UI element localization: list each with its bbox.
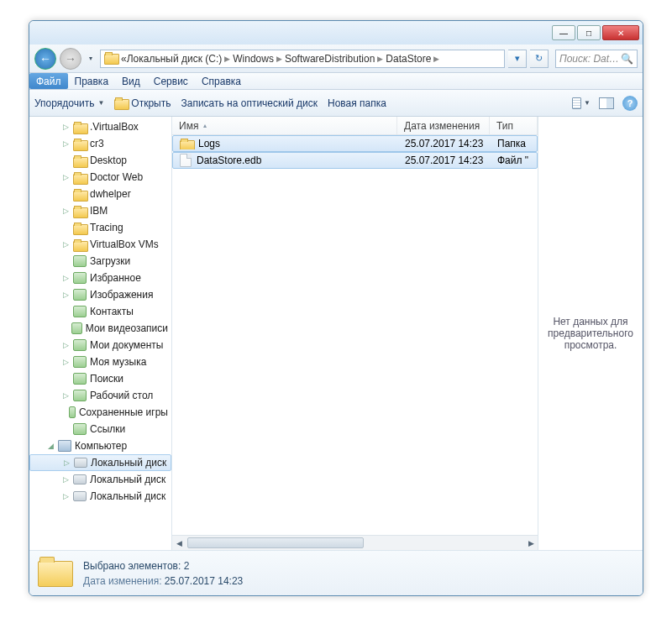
expand-toggle-icon[interactable]: ▷ (61, 358, 70, 366)
close-button[interactable]: ✕ (602, 25, 639, 40)
menu-edit[interactable]: Правка (68, 73, 116, 89)
tree-item[interactable]: ▷Изображения (29, 286, 171, 303)
breadcrumb-item[interactable]: SoftwareDistribution (285, 53, 375, 65)
search-input[interactable]: Поиск: Dat… 🔍 (555, 50, 638, 68)
expand-toggle-icon[interactable]: ▷ (61, 240, 70, 249)
expand-toggle-icon[interactable]: ▷ (61, 475, 70, 484)
tree-item-label: Загрузки (90, 255, 130, 267)
tree-item[interactable]: ▷Doctor Web (29, 169, 171, 186)
scroll-thumb[interactable] (187, 537, 364, 548)
scroll-right-icon[interactable]: ▶ (524, 536, 538, 550)
sort-indicator-icon: ▴ (203, 122, 207, 129)
tree-item[interactable]: ▷Избранное (29, 270, 171, 286)
expand-toggle-icon[interactable]: ▷ (61, 123, 70, 131)
tree-item[interactable]: ▷Рабочий стол (29, 387, 171, 404)
open-button[interactable]: Открыть (114, 97, 171, 109)
file-row[interactable]: Logs25.07.2017 14:23Папка (172, 135, 538, 152)
tree-item[interactable]: Ссылки (29, 421, 171, 437)
file-type: Файл " (491, 154, 537, 166)
folder-icon (73, 189, 87, 200)
column-date[interactable]: Дата изменения (397, 117, 490, 134)
address-bar[interactable]: « Локальный диск (C:)▶ Windows▶ Software… (100, 50, 505, 68)
expand-toggle-icon[interactable]: ▷ (61, 274, 70, 282)
organize-button[interactable]: Упорядочить▼ (34, 97, 104, 109)
forward-button[interactable]: → (60, 48, 81, 70)
tree-item[interactable]: dwhelper (29, 186, 171, 202)
tree-item[interactable]: Desktop (29, 152, 171, 169)
disk-icon (74, 458, 87, 468)
expand-toggle-icon[interactable]: ▷ (61, 207, 70, 215)
new-folder-button[interactable]: Новая папка (328, 97, 386, 109)
tree-item[interactable]: Мои видеозаписи (29, 320, 171, 337)
spec-icon (73, 289, 87, 301)
search-placeholder: Поиск: Dat… (559, 53, 619, 65)
menu-view[interactable]: Вид (115, 73, 147, 89)
tree-item[interactable]: ▷Мои документы (29, 337, 171, 354)
expand-toggle-icon[interactable]: ▷ (61, 173, 70, 181)
titlebar[interactable]: — □ ✕ (29, 21, 643, 45)
address-dropdown[interactable]: ▾ (508, 50, 527, 68)
tree-item-label: Сохраненные игры (79, 406, 168, 418)
expand-toggle-icon[interactable]: ▷ (61, 391, 70, 400)
column-type[interactable]: Тип (490, 117, 538, 134)
tree-item-label: Изображения (90, 289, 153, 301)
breadcrumb-item[interactable]: Windows (233, 53, 274, 65)
maximize-button[interactable]: □ (577, 25, 601, 40)
tree-item-label: Поиски (90, 373, 123, 385)
spec-icon (73, 339, 87, 351)
tree-item[interactable]: ▷cr3 (29, 135, 171, 152)
scroll-left-icon[interactable]: ◀ (172, 536, 186, 550)
tree-item-label: Мои документы (90, 339, 163, 351)
folder-icon (73, 223, 87, 233)
help-button[interactable]: ? (622, 96, 638, 111)
tree-item[interactable]: ▷Моя музыка (29, 354, 171, 370)
tree-item-label: IBM (90, 205, 108, 217)
tree-item[interactable]: Поиски (29, 370, 171, 387)
expand-toggle-icon[interactable]: ▷ (62, 458, 71, 467)
refresh-button[interactable]: ↻ (530, 50, 549, 68)
tree-item[interactable]: ▷Локальный диск (29, 471, 171, 488)
expand-toggle-icon[interactable]: ◢ (46, 442, 55, 450)
expand-toggle-icon[interactable]: ▷ (61, 492, 70, 500)
expand-toggle-icon[interactable]: ▷ (61, 341, 70, 349)
tree-item-label: .VirtualBox (90, 121, 139, 133)
tree-item[interactable]: ▷.VirtualBox (29, 118, 171, 135)
preview-pane: Нет данных для предварительного просмотр… (538, 117, 643, 550)
history-dropdown[interactable]: ▾ (85, 49, 97, 69)
spec-icon (73, 356, 87, 368)
menu-file[interactable]: Файл (29, 73, 68, 89)
tree-item[interactable]: ▷IBM (29, 202, 171, 219)
column-name[interactable]: Имя▴ (172, 117, 397, 134)
menu-tools[interactable]: Сервис (147, 73, 195, 89)
tree-item[interactable]: Tracing (29, 219, 171, 236)
tree-item-label: Избранное (90, 272, 141, 284)
comp-icon (58, 440, 71, 452)
folder-icon (73, 122, 87, 133)
navigation-tree[interactable]: ▷.VirtualBox▷cr3Desktop▷Doctor Webdwhelp… (29, 117, 172, 550)
file-list-pane: Имя▴ Дата изменения Тип Logs25.07.2017 1… (172, 117, 538, 550)
file-list[interactable]: Logs25.07.2017 14:23ПапкаDataStore.edb25… (172, 135, 538, 535)
tree-item[interactable]: Сохраненные игры (29, 404, 171, 421)
breadcrumb-item[interactable]: Локальный диск (C:) (127, 53, 223, 65)
expand-toggle-icon[interactable]: ▷ (61, 139, 70, 148)
details-pane: Выбрано элементов: 2 Дата изменения: 25.… (29, 550, 643, 595)
tree-item[interactable]: ▷Локальный диск (29, 454, 171, 471)
column-headers: Имя▴ Дата изменения Тип (172, 117, 538, 135)
expand-toggle-icon[interactable]: ▷ (61, 291, 70, 299)
horizontal-scrollbar[interactable]: ◀ ▶ (172, 535, 538, 550)
menu-help[interactable]: Справка (195, 73, 248, 89)
tree-item[interactable]: Загрузки (29, 253, 171, 270)
preview-pane-button[interactable] (597, 95, 616, 112)
tree-item[interactable]: ▷Локальный диск (29, 488, 171, 505)
burn-button[interactable]: Записать на оптический диск (181, 97, 318, 109)
file-row[interactable]: DataStore.edb25.07.2017 14:23Файл " (172, 152, 538, 169)
back-button[interactable]: ← (34, 48, 56, 70)
tree-item-label: dwhelper (90, 188, 131, 200)
explorer-window: — □ ✕ ← → ▾ « Локальный диск (C:)▶ Windo… (29, 20, 643, 596)
tree-item[interactable]: ▷VirtualBox VMs (29, 236, 171, 253)
tree-item[interactable]: Контакты (29, 303, 171, 320)
view-mode-button[interactable]: ▼ (572, 95, 591, 112)
tree-item[interactable]: ◢Компьютер (29, 437, 171, 454)
breadcrumb-item[interactable]: DataStore (386, 53, 431, 65)
minimize-button[interactable]: — (552, 25, 575, 40)
